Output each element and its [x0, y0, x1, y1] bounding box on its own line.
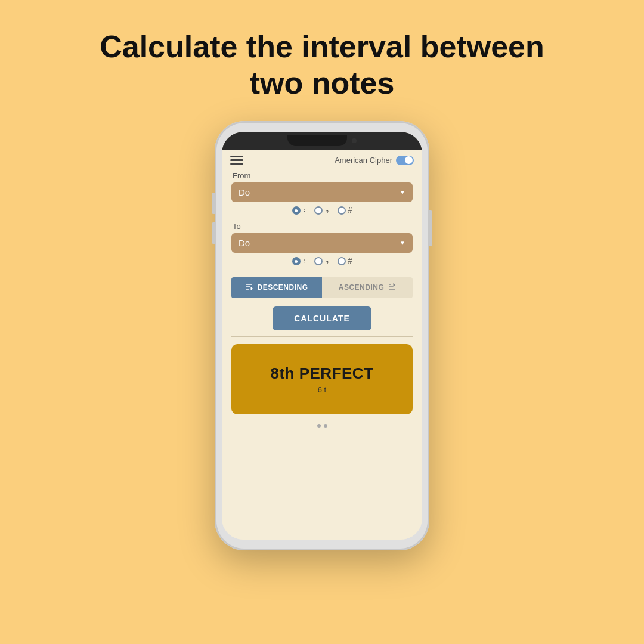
to-radio-sharp-circle: [338, 257, 346, 265]
from-radio-sharp[interactable]: #: [338, 206, 352, 215]
to-radio-natural-inner: [295, 260, 298, 263]
hamburger-line-2: [230, 159, 243, 161]
theme-toggle[interactable]: [396, 156, 414, 165]
home-indicator: [222, 419, 422, 430]
to-radio-flat[interactable]: ♭: [314, 256, 329, 267]
direction-tabs: DESCENDING ASCENDING: [231, 277, 413, 298]
result-sub-text: 6 t: [318, 385, 326, 394]
to-radio-flat-circle: [314, 257, 323, 265]
to-radio-natural-circle: [292, 257, 301, 265]
to-radio-sharp[interactable]: #: [338, 256, 352, 266]
calculate-button[interactable]: CALCULATE: [273, 306, 371, 330]
to-radio-sharp-symbol: #: [348, 256, 352, 266]
divider: [231, 336, 413, 337]
to-dropdown-value: Do: [239, 238, 250, 248]
ascending-tab[interactable]: ASCENDING: [322, 277, 413, 298]
to-dropdown-arrow: ▼: [400, 240, 405, 246]
from-radio-natural-symbol: ♮: [303, 206, 306, 216]
from-radio-sharp-circle: [338, 206, 346, 215]
from-dropdown[interactable]: Do ▼: [231, 182, 413, 202]
to-dropdown[interactable]: Do ▼: [231, 233, 413, 253]
from-radio-flat-circle: [314, 206, 323, 215]
home-dot-1: [317, 424, 321, 428]
from-radio-natural-circle: [292, 206, 301, 215]
to-radio-natural[interactable]: ♮: [292, 256, 306, 267]
phone-screen: American Cipher From Do ▼: [222, 132, 422, 540]
from-radio-flat[interactable]: ♭: [314, 206, 329, 216]
hamburger-line-1: [230, 156, 243, 157]
from-radio-flat-symbol: ♭: [325, 206, 329, 216]
app-content: American Cipher From Do ▼: [222, 150, 422, 540]
to-radio-flat-symbol: ♭: [325, 256, 329, 267]
notch-bar: [222, 132, 422, 150]
from-radio-group: ♮ ♭ #: [231, 206, 413, 216]
home-dots: [317, 424, 327, 428]
from-radio-natural-inner: [295, 209, 298, 212]
result-area: 8th PERFECT 6 t: [231, 344, 413, 414]
app-header: American Cipher: [222, 150, 422, 169]
form-area: From Do ▼ ♮ ♭: [222, 169, 422, 277]
power-button: [429, 210, 432, 246]
from-radio-natural[interactable]: ♮: [292, 206, 306, 216]
to-label: To: [233, 222, 413, 231]
from-dropdown-value: Do: [239, 187, 250, 197]
calculate-btn-area: CALCULATE: [222, 298, 422, 336]
descending-icon: [245, 283, 253, 293]
ascending-tab-label: ASCENDING: [339, 283, 385, 292]
camera-dot: [352, 138, 357, 143]
from-radio-sharp-symbol: #: [348, 206, 352, 215]
descending-tab-label: DESCENDING: [257, 283, 308, 292]
header-right: American Cipher: [335, 156, 414, 165]
hamburger-menu-button[interactable]: [230, 156, 243, 165]
to-radio-natural-symbol: ♮: [303, 256, 306, 267]
home-dot-2: [324, 424, 327, 428]
from-dropdown-arrow: ▼: [400, 189, 405, 196]
from-label: From: [233, 171, 413, 180]
app-name-label: American Cipher: [335, 156, 392, 165]
ascending-icon: [388, 283, 396, 293]
phone-mockup: American Cipher From Do ▼: [215, 121, 429, 550]
hamburger-line-3: [230, 163, 243, 165]
page-title: Calculate the interval between two notes: [100, 29, 544, 102]
volume-down-button: [212, 222, 215, 244]
to-radio-group: ♮ ♭ #: [231, 256, 413, 267]
descending-tab[interactable]: DESCENDING: [231, 277, 322, 298]
toggle-knob: [405, 156, 413, 164]
result-main-text: 8th PERFECT: [270, 364, 373, 383]
volume-up-button: [212, 193, 215, 214]
notch: [287, 135, 347, 146]
